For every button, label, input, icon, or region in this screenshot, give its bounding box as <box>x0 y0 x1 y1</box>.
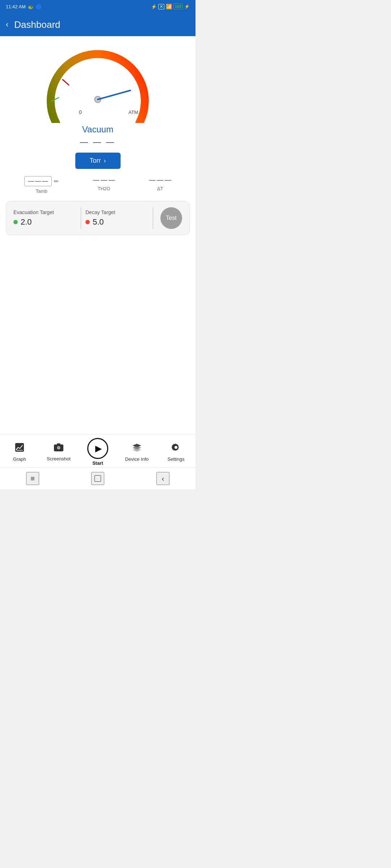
delta-t-value-box: — — — <box>149 176 171 184</box>
nav-item-start[interactable]: ▶ Start <box>78 438 117 466</box>
tamb-edit-icon[interactable]: ✏ <box>54 178 59 185</box>
target-card: Evacuation Target 2.0 Decay Target 5.0 T… <box>6 201 190 235</box>
tamb-label: Tamb <box>36 188 47 194</box>
th2o-value: — — — <box>93 176 115 184</box>
charging-icon: ⚡ <box>184 4 190 9</box>
android-nav: ≡ ‹ <box>0 467 196 489</box>
svg-marker-21 <box>133 448 141 452</box>
torr-chevron: › <box>104 157 106 165</box>
menu-icon: ≡ <box>30 475 35 483</box>
torr-unit-button[interactable]: Torr › <box>75 153 121 169</box>
back-button[interactable]: ‹ <box>6 20 8 29</box>
decay-label: Decay Target <box>85 209 148 215</box>
decay-dot <box>85 220 90 224</box>
status-bar: 11:42 AM 🐢 🌀 ⚡ ✕ 📶 100 ⚡ <box>0 0 196 13</box>
decay-value: 5.0 <box>93 217 104 227</box>
bluetooth-icon: ⚡ <box>151 4 157 9</box>
nav-item-screenshot[interactable]: Screenshot <box>39 443 78 461</box>
test-label: Test <box>166 215 176 221</box>
torr-label: Torr <box>90 157 101 165</box>
start-play-icon: ▶ <box>95 443 102 454</box>
status-right: ⚡ ✕ 📶 100 ⚡ <box>151 4 190 9</box>
target-divider <box>81 207 81 229</box>
decay-value-row: 5.0 <box>85 217 148 227</box>
tamb-value-box: — — — ✏ <box>24 176 59 186</box>
bottom-nav: Graph Screenshot ▶ Start <box>0 434 196 467</box>
target-divider-2 <box>153 207 153 229</box>
svg-point-22 <box>175 446 177 449</box>
main-content: 0 ATM Vacuum — — — Torr › — — — ✏ Tamb <box>0 36 196 362</box>
gauge-section: 0 ATM Vacuum — — — Torr › <box>0 36 196 176</box>
sim-icon: ✕ <box>158 4 164 9</box>
wifi-icon: 📶 <box>166 4 172 9</box>
content-spacer <box>0 362 196 434</box>
battery-indicator: 100 <box>173 4 183 9</box>
screenshot-label: Screenshot <box>47 456 71 461</box>
svg-point-17 <box>58 447 60 449</box>
device-info-label: Device Info <box>125 456 148 462</box>
nav-item-settings[interactable]: Settings <box>156 442 196 462</box>
sensor-tamb: — — — ✏ Tamb <box>24 176 59 194</box>
gauge-atm-label: ATM <box>129 110 138 115</box>
start-circle: ▶ <box>87 438 108 459</box>
evacuation-dot <box>13 220 18 224</box>
delta-t-label: ΔT <box>157 186 163 191</box>
device-info-icon <box>132 442 142 455</box>
decay-target: Decay Target 5.0 <box>85 209 148 227</box>
evacuation-target: Evacuation Target 2.0 <box>13 209 76 227</box>
gauge-dashes: — — — <box>80 137 115 147</box>
emoji-icon-2: 🌀 <box>36 4 42 9</box>
gauge-svg: 0 ATM <box>36 43 159 123</box>
evacuation-value: 2.0 <box>21 217 32 227</box>
gauge-container: 0 ATM <box>36 43 159 123</box>
android-back-button[interactable]: ‹ <box>156 472 169 485</box>
vacuum-title: Vacuum <box>82 124 113 135</box>
start-label: Start <box>92 460 103 466</box>
android-home-button[interactable] <box>91 472 104 485</box>
tamb-box: — — — <box>24 176 52 186</box>
th2o-value-box: — — — <box>93 176 115 184</box>
home-icon <box>94 475 101 482</box>
sensor-row: — — — ✏ Tamb — — — TH2O — — — ΔT <box>0 176 196 200</box>
evacuation-value-row: 2.0 <box>13 217 76 227</box>
settings-label: Settings <box>168 456 185 462</box>
svg-rect-18 <box>57 443 60 445</box>
nav-item-graph[interactable]: Graph <box>0 442 39 462</box>
status-time: 11:42 AM <box>6 4 26 9</box>
graph-label: Graph <box>13 456 26 462</box>
android-menu-button[interactable]: ≡ <box>26 472 39 485</box>
settings-icon <box>171 442 181 455</box>
screenshot-icon <box>54 443 64 455</box>
back-icon: ‹ <box>162 475 164 483</box>
delta-t-value: — — — <box>149 176 171 184</box>
graph-icon <box>14 442 25 455</box>
evacuation-label: Evacuation Target <box>13 209 76 215</box>
sensor-th2o: — — — TH2O <box>93 176 115 191</box>
gauge-zero-label: 0 <box>79 109 82 115</box>
page-title: Dashboard <box>14 19 60 30</box>
header: ‹ Dashboard <box>0 13 196 36</box>
th2o-label: TH2O <box>98 186 110 191</box>
nav-item-device-info[interactable]: Device Info <box>117 442 156 462</box>
test-button[interactable]: Test <box>160 207 182 229</box>
sensor-delta-t: — — — ΔT <box>149 176 171 191</box>
status-left: 11:42 AM 🐢 🌀 <box>6 4 42 9</box>
emoji-icon-1: 🐢 <box>28 4 34 9</box>
